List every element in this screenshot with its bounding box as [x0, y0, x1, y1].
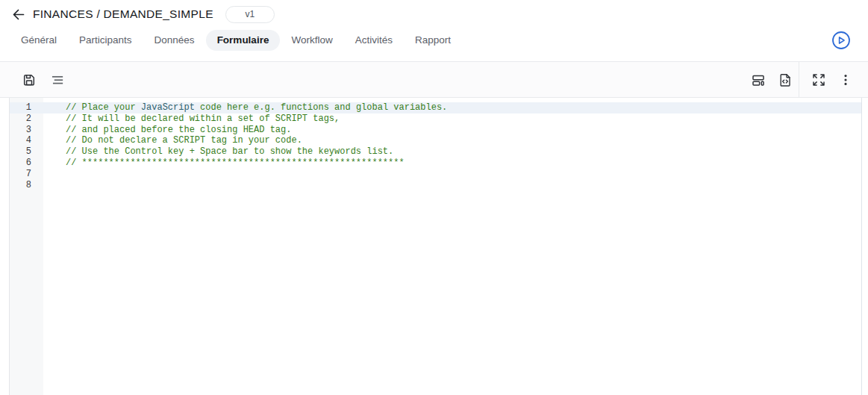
breadcrumb: FINANCES / DEMANDE_SIMPLE: [33, 7, 213, 21]
kebab-menu-icon: [838, 72, 853, 87]
code-line-text: // and placed before the closing HEAD ta…: [43, 125, 861, 136]
format-lines-button[interactable]: [46, 69, 67, 90]
tab-donnees[interactable]: Données: [143, 30, 206, 51]
editor-line[interactable]: 8: [10, 180, 861, 191]
editor-line[interactable]: 1// Place your JavaScript code here e.g.…: [10, 102, 861, 113]
line-number: 7: [10, 169, 43, 180]
run-button[interactable]: [831, 30, 852, 51]
expand-icon: [811, 72, 826, 87]
editor-toolbar: [0, 62, 868, 98]
code-line-text: // *************************************…: [43, 158, 861, 169]
editor-line[interactable]: 5// Use the Control key + Space bar to s…: [10, 146, 861, 158]
tab-participants[interactable]: Participants: [68, 30, 143, 51]
line-number: 6: [10, 158, 43, 169]
layout-view-button[interactable]: [748, 69, 769, 90]
tab-activites[interactable]: Activités: [344, 30, 404, 51]
editor-line[interactable]: 2// It will be declared within a set of …: [10, 113, 861, 125]
align-lines-icon: [49, 72, 64, 87]
line-number: 5: [10, 146, 43, 158]
save-button[interactable]: [19, 69, 40, 90]
save-icon: [22, 72, 37, 87]
tab-rapport[interactable]: Rapport: [404, 30, 462, 51]
code-line-text: [43, 180, 861, 191]
code-editor[interactable]: 1// Place your JavaScript code here e.g.…: [9, 98, 862, 395]
editor-line[interactable]: 6// ************************************…: [10, 158, 861, 169]
play-circle-icon: [831, 30, 852, 51]
app-window: FINANCES / DEMANDE_SIMPLE v1 GénéralPart…: [0, 0, 868, 395]
layout-panels-icon: [751, 72, 766, 87]
source-code-button[interactable]: [775, 69, 796, 90]
tab-general[interactable]: Général: [10, 30, 68, 51]
back-button[interactable]: [9, 5, 27, 23]
editor-line[interactable]: 4// Do not declare a SCRIPT tag in your …: [10, 135, 861, 146]
tab-formulaire[interactable]: Formulaire: [206, 30, 281, 51]
code-line-text: // It will be declared within a set of S…: [43, 113, 861, 125]
toolbar-divider: [799, 62, 799, 98]
tab-workflow[interactable]: Workflow: [280, 30, 343, 51]
version-badge[interactable]: v1: [225, 6, 275, 23]
line-number: 8: [10, 180, 43, 191]
tab-bar: GénéralParticipantsDonnéesFormulaireWork…: [10, 30, 462, 51]
code-file-icon: [778, 72, 793, 87]
breadcrumb-row: FINANCES / DEMANDE_SIMPLE v1: [0, 0, 868, 25]
back-arrow-icon: [11, 7, 25, 22]
code-line-text: [43, 169, 861, 180]
line-number: 3: [10, 125, 43, 136]
code-line-text: // Place your JavaScript code here e.g. …: [43, 102, 861, 113]
code-line-text: // Use the Control key + Space bar to sh…: [43, 146, 861, 158]
fullscreen-button[interactable]: [808, 69, 829, 90]
editor-line[interactable]: 7: [10, 169, 861, 180]
editor-line[interactable]: 3// and placed before the closing HEAD t…: [10, 125, 861, 136]
more-menu-button[interactable]: [835, 69, 856, 90]
line-number: 1: [10, 102, 43, 113]
tab-row: GénéralParticipantsDonnéesFormulaireWork…: [0, 30, 868, 61]
toolbar-right-group: [742, 62, 856, 97]
code-line-text: // Do not declare a SCRIPT tag in your c…: [43, 135, 861, 146]
line-number: 4: [10, 135, 43, 146]
topbar: FINANCES / DEMANDE_SIMPLE v1 GénéralPart…: [0, 0, 868, 62]
toolbar-left-group: [19, 62, 74, 97]
line-number: 2: [10, 113, 43, 125]
